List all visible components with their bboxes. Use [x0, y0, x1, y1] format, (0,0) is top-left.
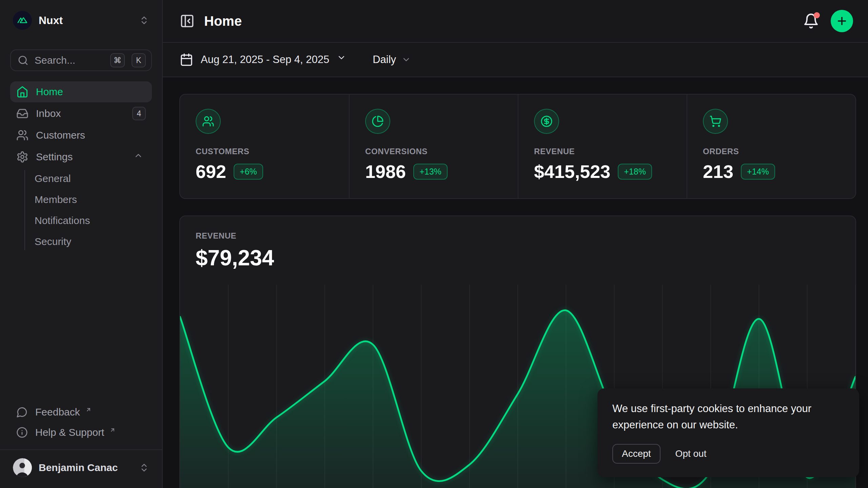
- message-bubble-icon: [16, 406, 28, 418]
- chevron-down-icon: [337, 53, 350, 66]
- calendar-icon: [180, 53, 193, 66]
- sidebar-item-security[interactable]: Security: [35, 231, 152, 252]
- settings-submenu: General Members Notifications Security: [10, 168, 152, 252]
- gear-icon: [16, 151, 28, 163]
- revenue-chart-label: REVENUE: [196, 231, 840, 241]
- revenue-chart-value: $79,234: [196, 245, 840, 270]
- search-icon: [18, 55, 28, 66]
- external-link-icon: [85, 407, 92, 413]
- circle-dollar-icon: [534, 109, 559, 134]
- external-link-icon: [110, 427, 116, 433]
- sidebar-item-settings[interactable]: Settings: [10, 146, 152, 167]
- sidebar-item-label: Inbox: [36, 108, 125, 119]
- stat-value: 1986: [365, 161, 406, 182]
- chevron-down-icon: [401, 55, 411, 64]
- sidebar-item-label: Settings: [36, 151, 126, 163]
- kbd-command: ⌘: [110, 53, 125, 67]
- sidebar-item-home[interactable]: Home: [10, 81, 152, 102]
- stat-card-revenue: REVENUE $415,523 +18%: [518, 95, 687, 198]
- workspace-switcher[interactable]: Nuxt: [10, 9, 152, 32]
- stat-card-conversions: CONVERSIONS 1986 +13%: [349, 95, 518, 198]
- user-name: Benjamin Canac: [39, 462, 132, 473]
- chevrons-up-down-icon: [139, 15, 149, 25]
- interval-value: Daily: [373, 54, 396, 66]
- search-placeholder: Search...: [35, 55, 103, 66]
- panel-collapse-icon[interactable]: [180, 14, 195, 28]
- stat-change-badge: +14%: [741, 164, 775, 180]
- stat-label: CONVERSIONS: [365, 147, 502, 156]
- search-input[interactable]: Search... ⌘ K: [10, 49, 152, 71]
- avatar: [13, 458, 32, 477]
- sidebar-item-label: Home: [36, 86, 146, 98]
- stat-card-customers: CUSTOMERS 692 +6%: [180, 95, 349, 198]
- sidebar-item-notifications[interactable]: Notifications: [35, 210, 152, 231]
- nuxt-logo-icon: [13, 11, 32, 30]
- stat-value: $415,523: [534, 161, 610, 182]
- sidebar-item-members[interactable]: Members: [35, 189, 152, 210]
- interval-select[interactable]: Daily: [373, 54, 411, 66]
- sidebar-item-label: Customers: [36, 129, 146, 141]
- stat-label: ORDERS: [703, 147, 840, 156]
- sidebar-footer: Feedback Help & Support: [10, 402, 152, 443]
- add-button[interactable]: [831, 10, 853, 32]
- stat-change-badge: +6%: [234, 164, 263, 180]
- date-range-value: Aug 21, 2025 - Sep 4, 2025: [201, 54, 329, 66]
- sidebar-item-customers[interactable]: Customers: [10, 125, 152, 146]
- notifications-bell-button[interactable]: [803, 13, 819, 29]
- opt-out-button[interactable]: Opt out: [674, 445, 708, 463]
- date-range-picker[interactable]: Aug 21, 2025 - Sep 4, 2025: [180, 53, 350, 66]
- cookie-message: We use first-party cookies to enhance yo…: [612, 401, 844, 433]
- sidebar-item-inbox[interactable]: Inbox 4: [10, 103, 152, 124]
- sidebar-item-help-support[interactable]: Help & Support: [10, 422, 152, 443]
- sidebar-divider: [0, 449, 162, 450]
- inbox-icon: [16, 107, 28, 120]
- sidebar-item-feedback[interactable]: Feedback: [10, 402, 152, 422]
- shopping-cart-icon: [703, 109, 728, 134]
- info-circle-icon: [16, 427, 28, 438]
- accept-button[interactable]: Accept: [612, 444, 660, 464]
- users-icon: [16, 129, 28, 141]
- workspace-name: Nuxt: [39, 14, 132, 27]
- cookie-actions: Accept Opt out: [612, 444, 844, 464]
- chevrons-up-down-icon: [139, 463, 149, 473]
- stat-label: REVENUE: [534, 147, 671, 156]
- users-icon: [196, 109, 221, 134]
- stats-overview-card: CUSTOMERS 692 +6% CONVERSIONS 1986 +13%: [179, 94, 856, 199]
- sidebar: Nuxt Search... ⌘ K Home: [0, 0, 163, 488]
- stat-value: 692: [196, 161, 226, 182]
- chevron-up-icon: [134, 151, 146, 163]
- foot-item-label: Feedback: [35, 406, 80, 418]
- revenue-chart-header: REVENUE $79,234: [180, 216, 855, 270]
- sidebar-item-general[interactable]: General: [35, 168, 152, 189]
- notification-dot: [814, 12, 820, 18]
- stat-label: CUSTOMERS: [196, 147, 333, 156]
- inbox-count-badge: 4: [132, 107, 146, 120]
- cookie-banner: We use first-party cookies to enhance yo…: [597, 388, 859, 477]
- topbar: Home: [163, 0, 868, 43]
- user-menu[interactable]: Benjamin Canac: [10, 453, 152, 483]
- stat-change-badge: +13%: [413, 164, 448, 180]
- home-icon: [16, 86, 28, 98]
- page-title: Home: [204, 14, 803, 29]
- stat-card-orders: ORDERS 213 +14%: [687, 95, 855, 198]
- sidebar-nav: Home Inbox 4 Customers Settings: [10, 81, 152, 253]
- pie-chart-icon: [365, 109, 390, 134]
- kbd-k: K: [132, 53, 146, 67]
- stat-change-badge: +18%: [618, 164, 652, 180]
- filters-bar: Aug 21, 2025 - Sep 4, 2025 Daily: [163, 43, 868, 77]
- stat-value: 213: [703, 161, 733, 182]
- foot-item-label: Help & Support: [35, 427, 104, 438]
